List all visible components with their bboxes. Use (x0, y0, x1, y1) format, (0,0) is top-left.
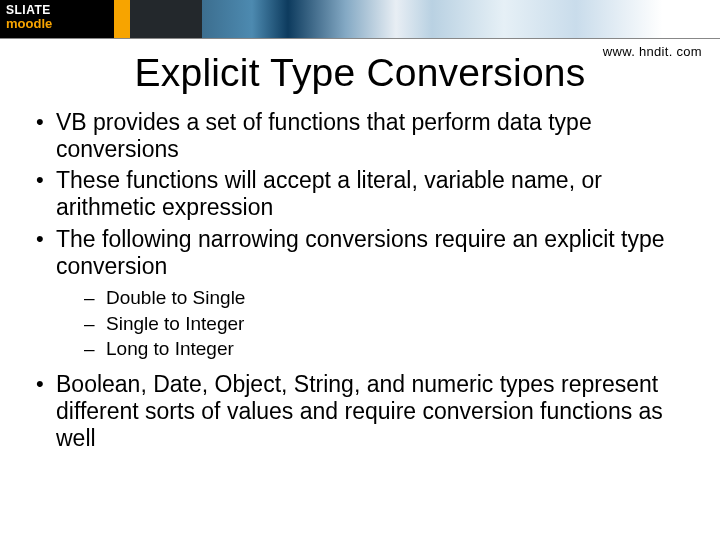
logo-line1: SLIATE (6, 4, 108, 16)
logo-line2: moodle (6, 17, 108, 30)
slide-body: VB provides a set of functions that perf… (0, 109, 720, 452)
bullet-item: These functions will accept a literal, v… (30, 167, 690, 221)
sub-bullet-item: Double to Single (84, 286, 690, 310)
bullet-item: VB provides a set of functions that perf… (30, 109, 690, 163)
bullet-item: Boolean, Date, Object, String, and numer… (30, 371, 690, 452)
bullet-text: The following narrowing conversions requ… (56, 226, 665, 279)
bullet-item: The following narrowing conversions requ… (30, 226, 690, 362)
bullet-list: VB provides a set of functions that perf… (30, 109, 690, 452)
sub-bullet-list: Double to Single Single to Integer Long … (56, 286, 690, 361)
source-url: www. hndit. com (603, 44, 702, 59)
sub-bullet-item: Single to Integer (84, 312, 690, 336)
sub-bullet-item: Long to Integer (84, 337, 690, 361)
slide: SLIATE moodle www. hndit. com Explicit T… (0, 0, 720, 540)
logo: SLIATE moodle (0, 0, 120, 38)
banner: SLIATE moodle (0, 0, 720, 39)
